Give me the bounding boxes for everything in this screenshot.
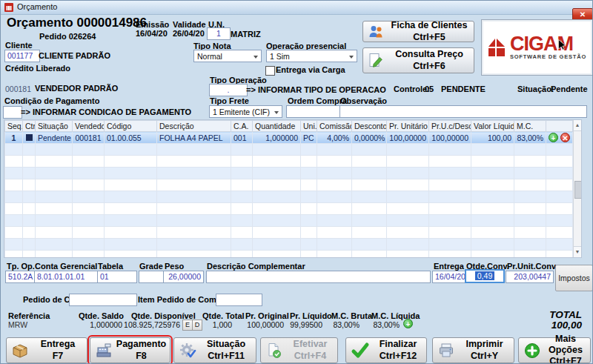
col-pr-unitario[interactable]: Pr. Unitário [387, 121, 429, 132]
table-row-empty [5, 191, 573, 203]
table-row-empty [5, 251, 573, 259]
qtde-saldo-label: Qtde. Saldo [73, 311, 124, 320]
pedido-number: Pedido 026264 [39, 32, 96, 41]
col-codigo[interactable]: Código [105, 121, 157, 132]
scroll-up-icon[interactable]: ▲ [574, 120, 581, 131]
efetivar-button: EfetivarCtrl+F4 [260, 337, 338, 363]
qtde-total-value: 1,000 [204, 320, 232, 329]
col-seq[interactable]: Seq. [5, 121, 23, 132]
col-desconto[interactable]: Desconto [352, 121, 387, 132]
col-ca[interactable]: C.A. [231, 121, 253, 132]
item-pedido-compra-input[interactable] [216, 294, 262, 306]
cliente-name: CLIENTE PADRÃO [39, 51, 110, 60]
window-title: Orçamento [17, 2, 57, 11]
control-square-icon [26, 134, 33, 141]
pagamento-button[interactable]: PagamentoF8 [90, 337, 170, 363]
col-uni[interactable]: Uni. [301, 121, 317, 132]
col-valor-liquido[interactable]: Valor Líquido [471, 121, 514, 132]
table-row-empty [5, 179, 573, 191]
col-comissao[interactable]: Comissão [317, 121, 352, 132]
ordem-compra-label: Ordem Compra [288, 96, 347, 105]
impostos-button[interactable]: Impostos [555, 265, 593, 291]
pr-unit-conv-input[interactable]: 203,00447 [506, 271, 554, 283]
grid-scrollbar[interactable]: ▲ ▼ [573, 120, 581, 257]
cigam-logo: CIGAM SOFTWARE DE GESTÃO [481, 19, 593, 76]
gear-check-icon [179, 342, 196, 360]
condicao-pagamento-input[interactable] [3, 106, 22, 119]
situacao-label: Situação: [517, 85, 554, 93]
qtde-conv-input[interactable]: 0,49 [465, 269, 505, 283]
ordem-compra-input[interactable] [286, 105, 341, 118]
controle-status: PENDENTE [441, 85, 486, 93]
cash-register-icon [95, 342, 113, 360]
document-check-icon [265, 342, 283, 360]
situacao-value: Pendente [551, 85, 588, 93]
col-situacao[interactable]: Situação [36, 121, 73, 132]
situacao-button[interactable]: SituaçãoCtrl+F11 [173, 337, 256, 363]
ficha-clientes-button[interactable]: Ficha de Clientes Ctrl+F5 [362, 21, 474, 42]
mc-liquida-plus-icon[interactable]: + [403, 319, 413, 328]
referencia-label: Referência [8, 311, 50, 320]
emissao-label: Emissão [136, 20, 169, 29]
grade-input[interactable] [139, 271, 164, 283]
tipo-operacao-input[interactable]: . [209, 84, 248, 96]
condicao-pagamento-label: Condição de Pagamento [4, 96, 99, 105]
tipo-nota-select[interactable]: Normal [193, 50, 262, 62]
package-icon [11, 342, 29, 360]
validade-label: Validade [173, 20, 206, 29]
table-row-empty [5, 215, 573, 227]
col-ctr[interactable]: Ctr. [23, 121, 36, 132]
entrega-input[interactable]: 16/04/20 [432, 271, 467, 283]
un-input[interactable]: 1 [207, 27, 231, 40]
qtde-disponivel-value: 108.925,725976 [122, 320, 180, 329]
qtde-total-label: Qtde. Total [202, 311, 238, 320]
finalizar-button[interactable]: FinalizarCtrl+F12 [345, 337, 427, 363]
descricao-complementar-input[interactable] [206, 271, 431, 283]
table-row-empty [5, 227, 573, 239]
table-row[interactable]: 1 Pendente 000181 01.00.055 FOLHA A4 PAP… [5, 132, 573, 144]
cigam-mark-icon [488, 36, 507, 59]
tipo-frete-select[interactable]: 1 Emitente (CIF) [209, 105, 282, 118]
estoque-e-button[interactable]: E [182, 320, 193, 331]
entrega-button[interactable]: EntregaF7 [6, 337, 87, 363]
estoque-d-button[interactable]: D [192, 320, 202, 331]
conta-gerencial-input[interactable]: 8.01.01.01.01 [34, 271, 98, 283]
grid-header-row: Seq. Ctr. Situação Vendedor Código Descr… [5, 121, 573, 132]
entrega-via-carga-checkbox[interactable] [265, 66, 275, 76]
mouse-cursor [558, 39, 566, 50]
add-item-icon[interactable]: + [549, 133, 558, 142]
observacao-input[interactable] [339, 105, 587, 118]
tabela-input[interactable]: 01 [97, 271, 137, 283]
condicao-pagamento-hint: => INFORMAR CONDICAO DE PAGAMENTO [21, 107, 191, 116]
validade-value: 26/04/20 [173, 29, 205, 38]
un-name: MATRIZ [231, 30, 261, 39]
tipo-operacao-hint: => INFORMAR TIPO DE OPERACAO [246, 85, 386, 94]
pr-unit-conv-label: Pr.Unit.Conv. [507, 262, 557, 271]
col-quantidade[interactable]: Quantidade [253, 121, 301, 132]
operacao-presencial-select[interactable]: 1 Sim [266, 50, 357, 62]
scrollbar-thumb[interactable] [574, 181, 582, 199]
pr-liquido-label: Pr. Líquido [290, 311, 325, 320]
col-mc[interactable]: M.C. [514, 121, 546, 132]
app-icon [4, 3, 13, 12]
remove-item-icon[interactable]: ✕ [560, 133, 570, 142]
scroll-down-icon[interactable]: ▼ [574, 246, 581, 257]
consulta-preco-button[interactable]: Consulta Preço Ctrl+F6 [362, 47, 474, 73]
referencia-value: MRW [8, 320, 27, 329]
col-vendedor[interactable]: Vendedor [73, 121, 105, 132]
imprimir-button[interactable]: ImprimirCtrl+Y [432, 337, 514, 363]
price-note-icon [367, 52, 385, 70]
col-descricao[interactable]: Descrição [157, 121, 231, 132]
cliente-code-input[interactable]: 001177 [4, 50, 40, 62]
printer-icon [437, 342, 455, 360]
col-pr-u-c-desc[interactable]: Pr.U.c/Desc. [429, 121, 471, 132]
emissao-value: 16/04/20 [136, 29, 168, 38]
tp-op-input[interactable]: 510.2A [5, 271, 36, 283]
chevron-down-icon [349, 56, 354, 59]
chevron-down-icon [274, 111, 279, 114]
logo-text: CIGAM [510, 35, 586, 53]
mais-opcoes-button[interactable]: Mais OpçõesCtrl+F7 [518, 337, 591, 363]
pedido-compra-input[interactable] [69, 294, 137, 306]
peso-input[interactable]: 26,00000 [163, 271, 204, 283]
vendedor-name: VENDEDOR PADRÃO [35, 84, 118, 93]
